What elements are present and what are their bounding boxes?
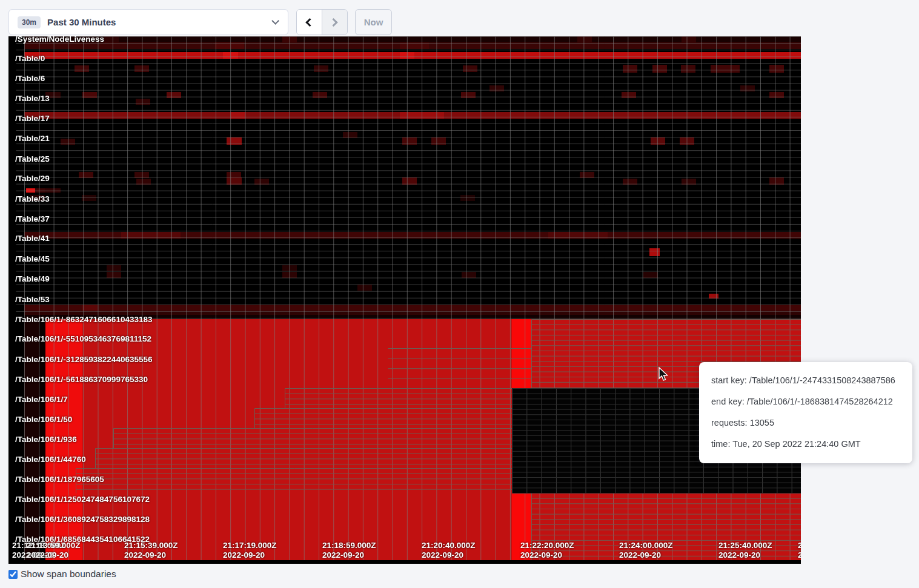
- tooltip-start-key: start key: /Table/106/1/-247433150824388…: [711, 375, 900, 385]
- toolbar: 30m Past 30 Minutes Now: [0, 0, 919, 36]
- key-visualizer-heatmap[interactable]: [8, 36, 801, 564]
- time-nav-group: [296, 9, 348, 35]
- footer: Show span boundaries: [8, 569, 116, 580]
- back-button[interactable]: [297, 10, 322, 35]
- forward-button[interactable]: [322, 10, 348, 35]
- chevron-left-icon: [306, 18, 314, 26]
- cell-tooltip: start key: /Table/106/1/-247433150824388…: [699, 362, 912, 463]
- time-window-badge: 30m: [18, 16, 41, 28]
- show-span-boundaries-checkbox[interactable]: [8, 570, 18, 579]
- chevron-right-icon: [330, 18, 338, 26]
- show-span-boundaries-label: Show span boundaries: [21, 569, 116, 580]
- now-button[interactable]: Now: [355, 9, 392, 35]
- time-window-label: Past 30 Minutes: [47, 17, 271, 27]
- tooltip-end-key: end key: /Table/106/1/-18683814745282642…: [711, 397, 900, 406]
- tooltip-requests: requests: 13055: [711, 418, 900, 428]
- tooltip-time: time: Tue, 20 Sep 2022 21:24:40 GMT: [711, 439, 900, 449]
- mouse-cursor-icon: [657, 367, 670, 382]
- time-window-dropdown[interactable]: 30m Past 30 Minutes: [8, 9, 288, 35]
- chevron-down-icon: [271, 17, 279, 25]
